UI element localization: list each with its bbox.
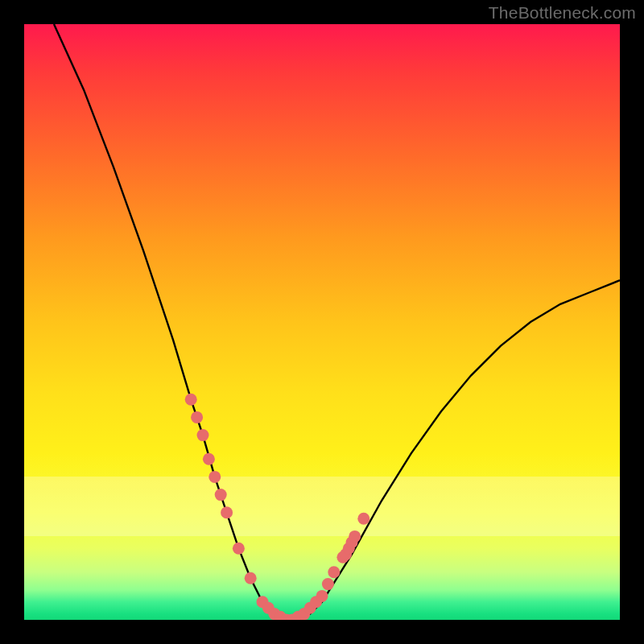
marker-point (208, 471, 221, 483)
marker-point (197, 429, 209, 441)
marker-point (203, 453, 215, 465)
marker-point (245, 572, 257, 584)
chart-frame: TheBottleneck.com (0, 0, 644, 644)
watermark-text: TheBottleneck.com (489, 3, 636, 23)
marker-point (215, 489, 227, 501)
marker-point (185, 394, 197, 406)
marker-point (191, 411, 203, 423)
highlighted-points (185, 394, 370, 620)
marker-point (233, 543, 245, 555)
marker-point (221, 506, 233, 518)
marker-point (322, 578, 334, 590)
marker-point (328, 566, 340, 578)
marker-point (357, 513, 369, 525)
bottleneck-curve (54, 24, 620, 620)
marker-point (316, 590, 328, 602)
curve-layer (24, 24, 620, 620)
marker-point (349, 530, 361, 543)
plot-area (24, 24, 620, 620)
